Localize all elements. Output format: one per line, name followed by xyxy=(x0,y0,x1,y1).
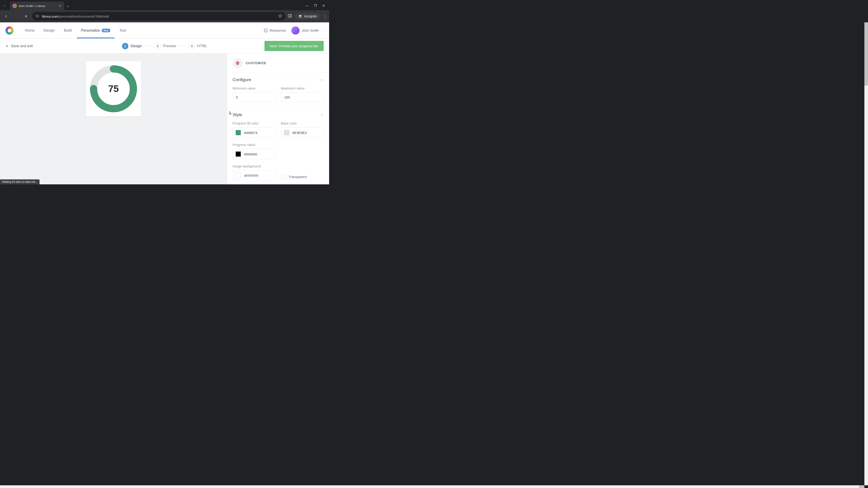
address-bar[interactable]: litmus.com/personalize/documents/7866/ed… xyxy=(32,12,285,21)
side-panel-icon[interactable] xyxy=(288,14,292,19)
step-html[interactable]: 3 HTML xyxy=(189,43,207,49)
min-value-label: Minimum value xyxy=(232,86,276,90)
tab-title: John Smith > Litmus xyxy=(19,4,57,8)
image-background-label: Image background xyxy=(232,164,324,168)
nav-home[interactable]: Home xyxy=(21,22,39,38)
svg-marker-6 xyxy=(279,14,282,18)
user-menu[interactable]: John Smith xyxy=(291,26,324,35)
fill-color-label: Progress fill color xyxy=(232,121,276,125)
value-color-swatch xyxy=(236,151,241,157)
save-and-exit-button[interactable]: Save and exit xyxy=(5,44,33,48)
section-style: Style Progress fill color #469974 Base c… xyxy=(227,108,329,184)
fill-color-swatch xyxy=(236,130,241,135)
section-configure: Configure Minimum value Maximum value xyxy=(227,73,329,108)
forward-button[interactable] xyxy=(12,12,20,20)
nav-test[interactable]: Test xyxy=(115,22,130,38)
nav-build[interactable]: Build xyxy=(60,22,76,38)
preview-canvas: 75 xyxy=(0,54,227,184)
sidebar-title: CUSTOMIZE xyxy=(246,61,266,65)
sidebar-header: CUSTOMIZE xyxy=(227,54,329,73)
site-settings-icon[interactable] xyxy=(35,14,39,18)
new-badge: New xyxy=(102,29,111,32)
main-nav: Home Design Build Personalize New Test xyxy=(21,22,130,38)
litmus-logo-icon[interactable] xyxy=(5,26,13,35)
minimize-icon[interactable]: ― xyxy=(305,4,309,7)
tab-close-icon[interactable]: ✕ xyxy=(59,4,61,8)
svg-rect-7 xyxy=(288,14,291,17)
nav-personalize[interactable]: Personalize New xyxy=(77,22,114,38)
min-value-input[interactable] xyxy=(232,92,276,102)
progress-value-color-input[interactable]: #000000 xyxy=(232,149,276,159)
step-divider xyxy=(179,46,186,46)
style-heading[interactable]: Style xyxy=(232,112,324,117)
browser-menu-icon[interactable]: ⋮ xyxy=(323,14,327,19)
nav-design[interactable]: Design xyxy=(39,22,59,38)
new-tab-button[interactable]: + xyxy=(64,3,71,10)
transparent-checkbox[interactable] xyxy=(281,174,286,179)
customize-sidebar: CUSTOMIZE Configure Minimum value Maximu… xyxy=(227,54,329,184)
tab-favicon xyxy=(13,4,17,8)
svg-point-4 xyxy=(38,16,39,17)
maximize-icon[interactable]: ❐ xyxy=(314,4,317,7)
progress-preview-card: 75 xyxy=(86,61,141,116)
background-color-input[interactable]: #FFFFFF xyxy=(232,170,276,181)
avatar xyxy=(291,26,300,35)
window-controls: ― ❐ ✕ xyxy=(301,1,329,10)
browser-tab[interactable]: John Smith > Litmus ✕ xyxy=(10,2,64,10)
arrow-left-icon xyxy=(5,44,9,48)
svg-point-2 xyxy=(36,15,37,15)
info-icon xyxy=(264,29,268,33)
step-divider xyxy=(145,46,152,46)
content-area: 75 CUSTOMIZE Configure Minimum value xyxy=(0,54,329,184)
collapse-configure-icon[interactable] xyxy=(320,78,324,83)
step-preview[interactable]: 2 Preview xyxy=(155,43,176,49)
step-design[interactable]: 1 Design xyxy=(122,43,142,49)
back-button[interactable] xyxy=(2,12,10,20)
stepper: 1 Design 2 Preview 3 HTML xyxy=(122,43,207,49)
max-value-label: Maximum value xyxy=(281,86,324,90)
base-color-input[interactable]: #E3E3E3 xyxy=(281,127,324,138)
svg-point-10 xyxy=(301,17,302,18)
tab-search-dropdown[interactable] xyxy=(0,1,9,10)
customize-icon xyxy=(232,58,243,68)
donut-chart: 75 xyxy=(89,64,138,113)
next-button[interactable]: Next: Preview your progress bar xyxy=(265,41,324,51)
fill-color-input[interactable]: #469974 xyxy=(232,127,276,138)
app-root: Home Design Build Personalize New Test R… xyxy=(0,22,329,184)
collapse-style-icon[interactable] xyxy=(320,113,324,118)
browser-toolbar: litmus.com/personalize/documents/7866/ed… xyxy=(0,10,329,22)
transparent-label: Transparent xyxy=(289,175,307,179)
base-color-label: Base color xyxy=(281,121,324,125)
configure-heading[interactable]: Configure xyxy=(232,77,324,82)
close-window-icon[interactable]: ✕ xyxy=(322,4,325,7)
url-text: litmus.com/personalize/documents/7866/ed… xyxy=(42,14,109,18)
browser-status-bar: Waiting for bam.nr-data.net... xyxy=(0,180,39,184)
incognito-badge[interactable]: Incognito xyxy=(295,13,320,20)
stop-reload-button[interactable] xyxy=(22,12,30,20)
subheader: Save and exit 1 Design 2 Preview 3 HTML … xyxy=(0,39,329,54)
progress-value-color-label: Progress value xyxy=(232,143,276,147)
max-value-input[interactable] xyxy=(281,92,324,102)
chevron-down-icon xyxy=(321,29,324,32)
resources-link[interactable]: Resources xyxy=(264,29,286,33)
donut-value-label: 75 xyxy=(89,64,138,113)
bookmark-icon[interactable] xyxy=(278,14,282,19)
base-color-swatch xyxy=(284,130,289,135)
bg-color-swatch xyxy=(236,173,241,178)
app-header: Home Design Build Personalize New Test R… xyxy=(0,22,329,39)
svg-point-9 xyxy=(299,17,300,18)
browser-tab-strip: John Smith > Litmus ✕ + ― ❐ ✕ xyxy=(0,0,329,10)
